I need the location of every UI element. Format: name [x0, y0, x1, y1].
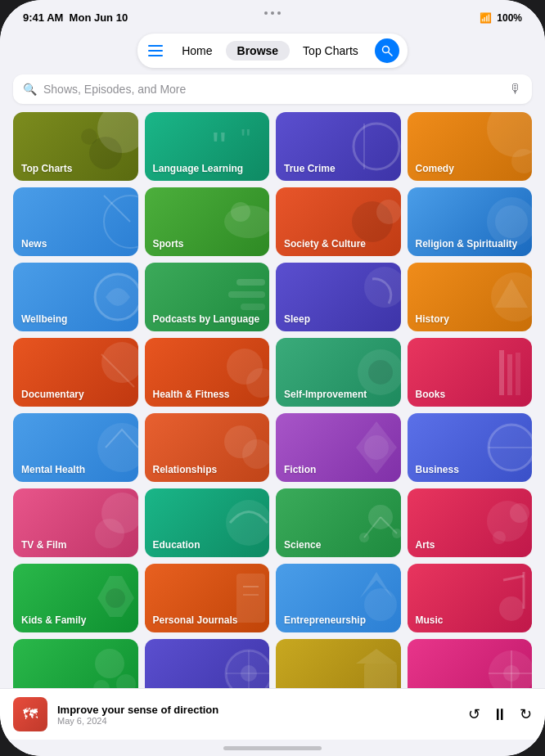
category-label-tv-film: TV & Film	[21, 539, 66, 551]
category-government[interactable]: Government	[276, 639, 401, 688]
svg-line-49	[381, 517, 397, 533]
category-label-arts: Arts	[416, 539, 435, 551]
category-kids-family[interactable]: Kids & Family	[13, 564, 138, 632]
svg-point-38	[97, 423, 138, 472]
category-wellbeing[interactable]: Wellbeing	[13, 263, 138, 331]
svg-point-19	[376, 200, 401, 224]
player-date: May 6, 2024	[57, 716, 458, 726]
svg-rect-25	[241, 304, 265, 310]
category-label-self-improvement: Self-Improvement	[284, 389, 367, 400]
player-controls: ↺ ⏸ ↻	[468, 705, 532, 724]
play-pause-button[interactable]: ⏸	[492, 705, 508, 724]
svg-rect-0	[148, 45, 163, 47]
svg-point-31	[227, 349, 263, 385]
svg-point-32	[246, 368, 269, 398]
category-label-science: Science	[284, 539, 321, 551]
category-music[interactable]: Music	[408, 564, 533, 632]
svg-point-22	[95, 274, 138, 320]
svg-point-66	[93, 680, 110, 688]
category-relationships[interactable]: Relationships	[145, 413, 270, 482]
category-label-sleep: Sleep	[284, 313, 310, 325]
category-podcasts-language[interactable]: Podcasts by Language	[145, 263, 270, 331]
svg-line-4	[388, 52, 392, 56]
category-language-learning[interactable]: ""Language Learning	[145, 112, 270, 181]
status-time: 9:41 AM Mon Jun 10	[23, 11, 128, 24]
category-label-personal-journals: Personal Journals	[153, 614, 238, 626]
player-thumbnail: 🗺	[13, 697, 47, 731]
sidebar-icon[interactable]	[146, 41, 165, 61]
svg-rect-1	[148, 50, 163, 52]
browse-nav-btn[interactable]: Browse	[226, 41, 291, 61]
category-documentary[interactable]: Documentary	[13, 338, 138, 407]
category-history[interactable]: History	[408, 263, 533, 331]
category-books[interactable]: Books	[408, 338, 533, 407]
bottom-player: 🗺 Improve your sense of direction May 6,…	[0, 688, 545, 740]
category-news[interactable]: News	[13, 187, 138, 256]
category-label-entrepreneurship: Entrepreneurship	[284, 614, 366, 626]
svg-point-45	[95, 519, 124, 548]
svg-line-15	[104, 196, 130, 222]
category-label-fiction: Fiction	[284, 464, 316, 475]
category-personal-journals[interactable]: Personal Journals	[145, 564, 270, 632]
category-top-charts[interactable]: Top Charts	[13, 112, 138, 181]
category-label-education: Education	[153, 539, 200, 551]
category-science[interactable]: Science	[276, 488, 401, 557]
category-label-documentary: Documentary	[21, 389, 84, 400]
svg-point-53	[510, 503, 529, 523]
svg-point-26	[364, 267, 401, 308]
rewind-button[interactable]: ↺	[468, 705, 480, 723]
category-sports[interactable]: Sports	[145, 187, 270, 256]
category-society-culture[interactable]: Society & Culture	[276, 187, 401, 256]
category-true-crime[interactable]: True Crime	[276, 112, 401, 181]
svg-rect-35	[499, 350, 504, 395]
category-label-music: Music	[416, 614, 444, 626]
svg-marker-72	[356, 649, 397, 664]
svg-point-16	[224, 205, 269, 238]
category-entrepreneurship[interactable]: Entrepreneurship	[276, 564, 401, 632]
svg-point-68	[241, 665, 257, 682]
category-religion-spirituality[interactable]: Religion & Spirituality	[408, 187, 533, 256]
category-leisure[interactable]: Leisure	[408, 639, 533, 688]
category-tv-film[interactable]: TV & Film	[13, 488, 138, 557]
category-business[interactable]: Business	[408, 413, 533, 482]
category-label-relationships: Relationships	[153, 464, 218, 475]
mic-icon[interactable]: 🎙	[509, 82, 522, 97]
categories-grid: Top Charts""Language LearningTrue CrimeC…	[0, 112, 545, 688]
category-fiction[interactable]: Fiction	[276, 413, 401, 482]
forward-button[interactable]: ↻	[520, 705, 532, 723]
search-placeholder: Shows, Episodes, and More	[43, 83, 509, 96]
category-self-improvement[interactable]: Self-Improvement	[276, 338, 401, 407]
svg-point-41	[364, 435, 389, 460]
svg-point-76	[503, 665, 520, 682]
svg-marker-28	[495, 279, 528, 308]
svg-point-27	[491, 272, 532, 322]
svg-point-29	[101, 342, 138, 383]
svg-point-65	[116, 674, 136, 688]
svg-point-44	[101, 493, 138, 533]
search-nav-btn[interactable]	[375, 38, 399, 63]
category-label-religion-spirituality: Religion & Spirituality	[416, 238, 518, 250]
svg-point-18	[352, 201, 393, 242]
category-education[interactable]: Education	[145, 488, 270, 557]
category-parenting[interactable]: Parenting	[13, 639, 138, 688]
category-label-sports: Sports	[153, 238, 184, 250]
svg-marker-55	[97, 576, 134, 617]
category-mental-health[interactable]: Mental Health	[13, 413, 138, 482]
category-arts[interactable]: Arts	[408, 488, 533, 557]
svg-rect-36	[507, 354, 512, 395]
svg-text:": "	[241, 123, 250, 155]
category-label-news: News	[21, 238, 47, 250]
status-right: 📶 100%	[480, 12, 522, 24]
search-icon: 🔍	[23, 83, 37, 96]
home-nav-btn[interactable]: Home	[170, 41, 223, 61]
category-technology[interactable]: Technology	[145, 639, 270, 688]
svg-point-5	[97, 112, 138, 153]
category-health-fitness[interactable]: Health & Fitness	[145, 338, 270, 407]
svg-point-42	[489, 425, 532, 470]
category-sleep[interactable]: Sleep	[276, 263, 401, 331]
category-comedy[interactable]: Comedy	[408, 112, 533, 181]
category-label-mental-health: Mental Health	[21, 464, 85, 475]
top-charts-nav-btn[interactable]: Top Charts	[291, 41, 370, 61]
search-bar[interactable]: 🔍 Shows, Episodes, and More 🎙	[13, 74, 532, 104]
svg-point-34	[368, 360, 393, 385]
